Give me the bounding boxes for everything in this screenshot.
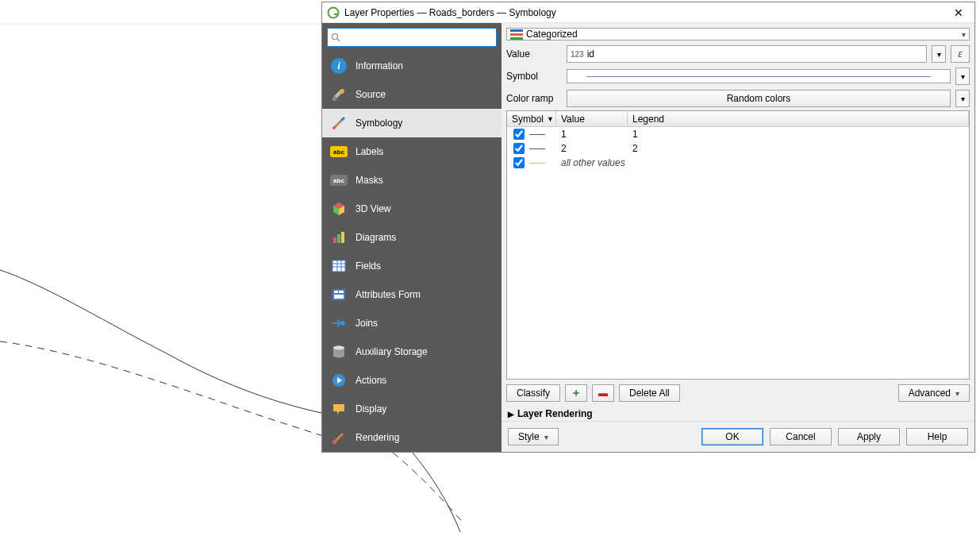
sidebar-item-fields[interactable]: Fields <box>322 252 502 280</box>
svg-rect-23 <box>332 441 336 444</box>
sidebar-item-label: Diagrams <box>355 232 396 243</box>
sidebar-item-information[interactable]: i Information <box>322 52 502 80</box>
advanced-button[interactable]: Advanced <box>898 384 970 402</box>
sidebar-item-label: Masks <box>355 175 383 186</box>
section-title: Layer Rendering <box>517 408 593 419</box>
svg-point-21 <box>333 346 344 350</box>
color-ramp-label: Color ramp <box>506 93 562 104</box>
table-row[interactable]: 1 1 <box>507 127 969 141</box>
category-visible-checkbox[interactable] <box>513 129 525 140</box>
ok-button[interactable]: OK <box>701 428 763 445</box>
sidebar-item-joins[interactable]: Joins <box>322 309 502 337</box>
sidebar-item-attributes-form[interactable]: Attributes Form <box>322 280 502 309</box>
sidebar-item-label: Rendering <box>355 432 399 443</box>
table-row[interactable]: all other values <box>507 156 969 170</box>
add-category-button[interactable]: ＋ <box>565 384 587 402</box>
symbol-dropdown-button[interactable]: ▾ <box>955 67 970 85</box>
sidebar-item-labels[interactable]: abc Labels <box>322 137 502 166</box>
svg-rect-8 <box>337 234 340 243</box>
sort-indicator-icon: ▼ <box>547 115 554 123</box>
column-header-legend[interactable]: Legend <box>628 111 969 126</box>
category-value-cell[interactable]: 1 <box>561 129 632 140</box>
field-type-badge: 123 <box>571 50 584 59</box>
dialog-titlebar[interactable]: Layer Properties — Roads_borders — Symbo… <box>322 2 974 23</box>
plus-icon: ＋ <box>571 386 582 400</box>
category-visible-checkbox[interactable] <box>513 157 525 168</box>
expression-button[interactable]: ε <box>951 45 970 63</box>
category-symbol-swatch[interactable] <box>526 134 548 135</box>
sidebar-item-diagrams[interactable]: Diagrams <box>322 223 502 252</box>
sidebar-item-label: Source <box>355 89 386 100</box>
search-icon <box>331 33 340 42</box>
svg-point-4 <box>340 89 344 94</box>
category-legend-cell[interactable]: 2 <box>632 143 966 154</box>
remove-category-button[interactable]: ▬ <box>592 384 614 402</box>
svg-point-6 <box>332 126 336 129</box>
color-ramp-value: Random colors <box>727 93 791 104</box>
svg-line-3 <box>337 39 340 41</box>
renderer-type-combo[interactable]: Categorized ▾ <box>506 28 970 40</box>
symbol-label: Symbol <box>506 71 562 82</box>
style-menu-button[interactable]: Style <box>508 428 559 445</box>
column-header-symbol[interactable]: Symbol ▼ <box>507 111 556 126</box>
category-symbol-swatch[interactable] <box>526 148 548 149</box>
close-button[interactable]: ✕ <box>947 6 970 19</box>
svg-rect-10 <box>332 260 345 272</box>
category-legend-cell[interactable]: 1 <box>632 129 966 140</box>
delete-all-button[interactable]: Delete All <box>619 384 680 402</box>
category-symbol-swatch[interactable] <box>526 163 548 164</box>
symbology-panel: Categorized ▾ Value 123 id ▾ ε Symbol <box>502 23 974 452</box>
form-icon <box>330 286 348 303</box>
sidebar-item-3d-view[interactable]: 3D View <box>322 195 502 223</box>
sidebar-item-symbology[interactable]: Symbology <box>322 109 502 137</box>
sidebar-item-label: 3D View <box>355 203 390 214</box>
triangle-right-icon: ▶ <box>508 410 514 418</box>
sidebar-item-label: Labels <box>355 146 383 157</box>
layer-rendering-section[interactable]: ▶ Layer Rendering <box>502 407 974 421</box>
sidebar-item-auxiliary-storage[interactable]: Auxiliary Storage <box>322 337 502 366</box>
brush-icon <box>330 429 348 446</box>
sidebar-item-masks[interactable]: abc Masks <box>322 166 502 195</box>
classify-button[interactable]: Classify <box>506 384 560 402</box>
sidebar-item-source[interactable]: Source <box>322 80 502 109</box>
wrench-icon <box>330 86 348 103</box>
category-value-cell[interactable]: all other values <box>561 157 632 168</box>
sidebar-nav: i Information Source Symbology abc <box>322 52 502 452</box>
svg-rect-9 <box>341 232 344 243</box>
sidebar-item-actions[interactable]: Actions <box>322 366 502 395</box>
sidebar-search-input[interactable] <box>327 28 497 47</box>
categories-table[interactable]: Symbol ▼ Value Legend 1 1 2 2 <box>506 110 970 380</box>
dialog-button-row: Style OK Cancel Apply Help <box>502 421 974 452</box>
value-label: Value <box>506 48 562 60</box>
svg-rect-1 <box>334 13 338 15</box>
chevron-down-icon: ▾ <box>962 30 966 39</box>
table-icon <box>330 257 348 275</box>
dialog-title: Layer Properties — Roads_borders — Symbo… <box>344 7 947 18</box>
sidebar-item-label: Auxiliary Storage <box>355 346 428 357</box>
category-visible-checkbox[interactable] <box>513 143 525 154</box>
tooltip-icon <box>330 400 348 418</box>
value-field-name: id <box>587 48 594 60</box>
color-ramp-dropdown-button[interactable]: ▾ <box>955 90 970 107</box>
value-field-combo[interactable]: 123 id <box>567 45 927 63</box>
sidebar-item-display[interactable]: Display <box>322 395 502 423</box>
sidebar-item-label: Actions <box>355 375 386 386</box>
sidebar-item-label: Information <box>355 60 403 71</box>
category-value-cell[interactable]: 2 <box>561 143 632 154</box>
symbol-preview-button[interactable] <box>567 69 951 83</box>
sidebar-item-label: Fields <box>355 260 381 272</box>
apply-button[interactable]: Apply <box>838 428 900 445</box>
layer-properties-dialog: Layer Properties — Roads_borders — Symbo… <box>321 2 975 453</box>
info-icon: i <box>330 57 348 75</box>
masks-icon: abc <box>330 172 348 189</box>
value-field-dropdown-button[interactable]: ▾ <box>932 45 946 63</box>
sidebar-item-label: Display <box>355 403 386 415</box>
cancel-button[interactable]: Cancel <box>770 428 832 445</box>
help-button[interactable]: Help <box>906 428 968 445</box>
line-symbol-swatch <box>586 76 931 77</box>
table-row[interactable]: 2 2 <box>507 141 969 156</box>
sidebar-item-rendering[interactable]: Rendering <box>322 423 502 452</box>
properties-sidebar: i Information Source Symbology abc <box>322 23 502 452</box>
column-header-value[interactable]: Value <box>556 111 628 126</box>
color-ramp-button[interactable]: Random colors <box>567 90 951 107</box>
